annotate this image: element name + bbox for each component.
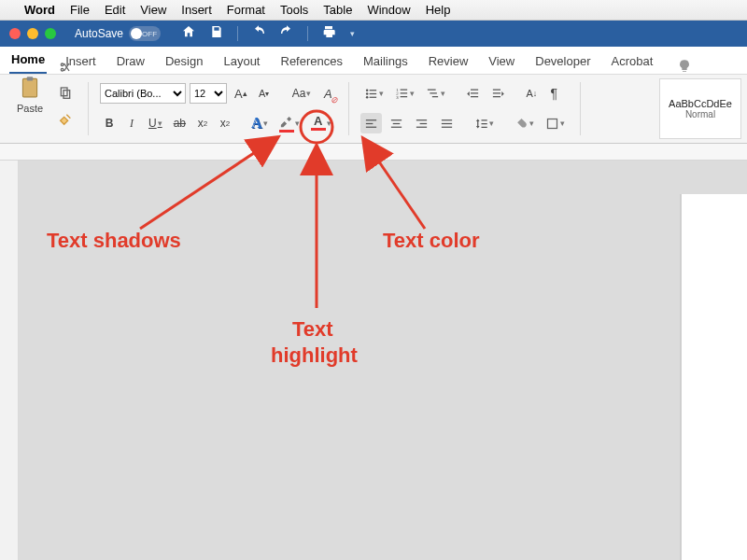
bold-button[interactable]: B — [100, 113, 119, 133]
font-color-button[interactable]: A▾ — [307, 113, 335, 133]
italic-button[interactable]: I — [122, 113, 141, 133]
svg-rect-30 — [391, 126, 402, 127]
redo-icon[interactable] — [279, 24, 294, 43]
tab-design[interactable]: Design — [163, 49, 204, 74]
svg-rect-18 — [432, 96, 438, 97]
paste-button[interactable]: Paste — [9, 63, 50, 123]
svg-rect-15 — [401, 96, 408, 97]
print-icon[interactable] — [321, 24, 336, 43]
tab-layout[interactable]: Layout — [221, 49, 261, 74]
menu-file[interactable]: File — [70, 3, 90, 17]
shading-icon[interactable]: ▾ — [511, 113, 538, 133]
document-workspace — [0, 161, 747, 560]
menu-window[interactable]: Window — [367, 3, 410, 17]
mac-menubar: Word File Edit View Insert Format Tools … — [0, 0, 747, 21]
autosave-switch[interactable]: OFF — [129, 26, 161, 41]
svg-point-6 — [366, 92, 369, 95]
zoom-window-button[interactable] — [45, 28, 56, 39]
styles-gallery[interactable]: AaBbCcDdEe Normal — [659, 78, 741, 139]
svg-rect-22 — [493, 89, 500, 90]
svg-rect-20 — [471, 92, 478, 93]
tab-draw[interactable]: Draw — [115, 49, 147, 74]
borders-icon[interactable]: ▾ — [542, 113, 569, 133]
cut-icon[interactable] — [54, 57, 77, 77]
svg-rect-23 — [493, 92, 500, 93]
menu-help[interactable]: Help — [426, 3, 451, 17]
svg-rect-11 — [401, 89, 408, 90]
underline-button[interactable]: U▾ — [145, 113, 166, 133]
svg-rect-24 — [493, 96, 500, 97]
home-icon[interactable] — [181, 24, 196, 43]
show-marks-icon[interactable]: ¶ — [544, 83, 563, 104]
subscript-button[interactable]: x2 — [193, 113, 212, 133]
autosave-off-text: OFF — [142, 30, 157, 38]
tab-view[interactable]: View — [486, 49, 516, 74]
quick-access-toolbar: ▾ — [181, 24, 355, 43]
decrease-indent-icon[interactable] — [462, 83, 484, 104]
svg-rect-1 — [27, 77, 34, 80]
vertical-ruler[interactable] — [0, 161, 19, 560]
toolbar-more-icon[interactable]: ▾ — [350, 29, 355, 38]
autosave-toggle[interactable]: AutoSave OFF — [75, 26, 161, 41]
grow-font-icon[interactable]: A▴ — [231, 83, 251, 104]
menu-tools[interactable]: Tools — [280, 3, 308, 17]
align-left-icon[interactable] — [360, 113, 382, 133]
clear-formatting-icon[interactable]: A⊘ — [318, 83, 337, 104]
tab-developer[interactable]: Developer — [533, 49, 592, 74]
align-center-icon[interactable] — [386, 113, 407, 133]
group-font: Calibri (Bo... 12 A▴ A▾ Aa▾ A⊘ B I U▾ ab… — [96, 78, 341, 139]
menu-table[interactable]: Table — [323, 3, 352, 17]
bullets-icon[interactable]: ▾ — [360, 83, 388, 104]
tab-review[interactable]: Review — [427, 49, 471, 74]
align-right-icon[interactable] — [411, 113, 432, 133]
copy-icon[interactable] — [54, 83, 77, 104]
close-window-button[interactable] — [9, 28, 21, 39]
superscript-button[interactable]: x2 — [216, 113, 234, 133]
svg-rect-35 — [442, 122, 452, 123]
font-name-select[interactable]: Calibri (Bo... — [100, 83, 186, 104]
svg-rect-16 — [428, 89, 436, 90]
strikethrough-button[interactable]: ab — [170, 113, 190, 133]
numbering-icon[interactable]: 123▾ — [391, 83, 418, 104]
menu-view[interactable]: View — [140, 3, 166, 17]
change-case-icon[interactable]: Aa▾ — [289, 83, 316, 104]
switch-knob — [131, 28, 142, 39]
text-effects-button[interactable]: A▾ — [247, 113, 272, 133]
line-spacing-icon[interactable]: ▾ — [471, 113, 498, 133]
format-painter-icon[interactable] — [54, 109, 77, 130]
menubar-app[interactable]: Word — [24, 3, 55, 17]
menu-format[interactable]: Format — [227, 3, 265, 17]
window-titlebar: AutoSave OFF ▾ — [0, 21, 747, 47]
style-name: Normal — [685, 109, 715, 119]
document-page[interactable] — [682, 194, 747, 560]
svg-rect-9 — [370, 96, 377, 97]
shrink-font-icon[interactable]: A▾ — [255, 83, 274, 104]
font-size-select[interactable]: 12 — [190, 83, 227, 104]
save-icon[interactable] — [209, 24, 224, 43]
svg-rect-26 — [366, 122, 374, 123]
increase-indent-icon[interactable] — [487, 83, 509, 104]
multilevel-list-icon[interactable]: ▾ — [422, 83, 449, 104]
svg-rect-19 — [471, 89, 478, 90]
svg-rect-27 — [366, 126, 376, 127]
svg-rect-17 — [430, 92, 438, 93]
undo-icon[interactable] — [251, 24, 266, 43]
tab-acrobat[interactable]: Acrobat — [610, 49, 655, 74]
svg-rect-5 — [370, 90, 377, 91]
tab-mailings[interactable]: Mailings — [361, 49, 410, 74]
sort-icon[interactable]: A↓ — [522, 83, 541, 104]
minimize-window-button[interactable] — [27, 28, 38, 39]
menu-insert[interactable]: Insert — [181, 3, 212, 17]
svg-rect-33 — [416, 126, 427, 127]
traffic-lights — [9, 28, 56, 39]
text-highlight-button[interactable]: ▾ — [275, 113, 303, 133]
tab-references[interactable]: References — [279, 49, 345, 74]
tell-me-icon[interactable] — [677, 59, 692, 74]
clipboard-side — [54, 57, 77, 130]
justify-icon[interactable] — [436, 113, 458, 133]
horizontal-ruler[interactable] — [0, 144, 747, 161]
menu-edit[interactable]: Edit — [105, 3, 125, 17]
paste-label: Paste — [17, 103, 43, 114]
group-paragraph: ▾ 123▾ ▾ A↓ ¶ ▾ ▾ ▾ — [357, 78, 572, 139]
svg-text:3: 3 — [397, 94, 400, 99]
